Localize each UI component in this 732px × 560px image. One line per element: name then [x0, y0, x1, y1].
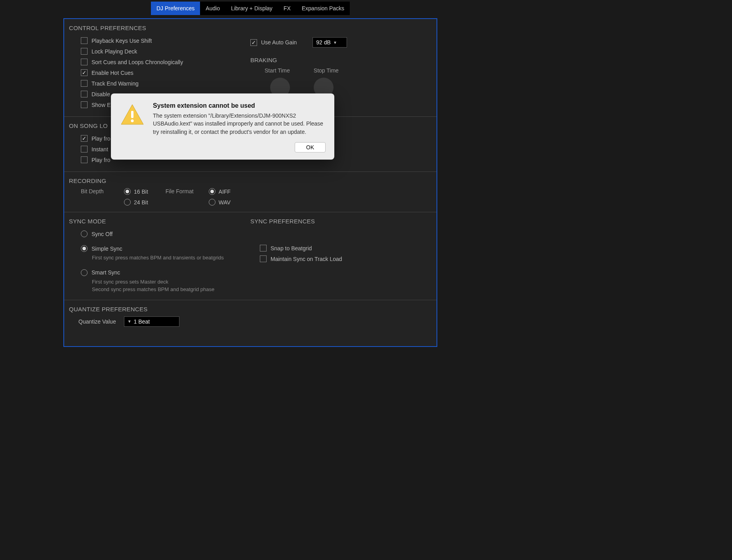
- svg-rect-1: [131, 111, 133, 118]
- tab-fx[interactable]: FX: [278, 2, 296, 15]
- label: Lock Playing Deck: [92, 48, 137, 55]
- braking-start-label: Start Time: [265, 67, 290, 74]
- checkbox-show[interactable]: [81, 101, 88, 108]
- select-value: 1 Beat: [134, 318, 150, 325]
- label: Sort Cues and Loops Chronologically: [92, 59, 183, 65]
- file-format-label: File Format: [166, 188, 199, 194]
- simple-sync-desc: First sync press matches BPM and transie…: [69, 254, 250, 262]
- radio-sync-off[interactable]: [81, 230, 88, 237]
- section-sync: SYNC MODE Sync Off Simple Sync First syn…: [64, 212, 437, 300]
- checkbox-playback-keys-shift[interactable]: [81, 37, 88, 44]
- checkbox-sort-cues-loops[interactable]: [81, 59, 88, 65]
- smart-sync-desc-2: Second sync press matches BPM and beatgr…: [69, 286, 250, 293]
- checkbox-play-from-2[interactable]: [81, 156, 88, 163]
- label: Maintain Sync on Track Load: [271, 256, 342, 262]
- label: Enable Hot Cues: [92, 70, 133, 76]
- dialog-title: System extension cannot be used: [153, 102, 326, 109]
- label: WAV: [219, 199, 231, 206]
- label: Playback Keys Use Shift: [92, 38, 152, 44]
- checkbox-snap-beatgrid[interactable]: [260, 245, 267, 251]
- checkbox-instant[interactable]: [81, 146, 88, 152]
- label: Play fro: [92, 157, 110, 163]
- checkbox-track-end-warning[interactable]: [81, 80, 88, 87]
- checkbox-disable[interactable]: [81, 91, 88, 97]
- label: 24 Bit: [134, 199, 148, 206]
- svg-point-2: [131, 120, 134, 122]
- radio-24bit[interactable]: [124, 199, 131, 206]
- label: Show E: [92, 102, 111, 108]
- settings-tabs: DJ Preferences Audio Library + Display F…: [0, 0, 501, 15]
- label: Snap to Beatgrid: [271, 245, 312, 251]
- label: Sync Off: [92, 231, 112, 237]
- alert-dialog: System extension cannot be used The syst…: [111, 93, 334, 160]
- label: Play fro: [92, 135, 110, 142]
- tab-audio[interactable]: Audio: [200, 2, 225, 15]
- warning-icon: [120, 102, 145, 128]
- section-title: QUANTIZE PREFERENCES: [69, 306, 432, 312]
- radio-aiff[interactable]: [209, 188, 215, 195]
- radio-wav[interactable]: [209, 199, 215, 206]
- label: Disable: [92, 91, 110, 97]
- section-title: SYNC MODE: [69, 218, 250, 225]
- ok-button[interactable]: OK: [295, 142, 326, 152]
- radio-smart-sync[interactable]: [81, 269, 88, 276]
- smart-sync-desc-1: First sync press sets Master deck: [69, 278, 250, 286]
- section-title: SYNC PREFERENCES: [250, 218, 432, 225]
- section-title: RECORDING: [69, 177, 432, 184]
- chevron-down-icon: ▼: [128, 319, 132, 324]
- section-quantize: QUANTIZE PREFERENCES Quantize Value ▼ 1 …: [64, 300, 437, 333]
- checkbox-lock-playing-deck[interactable]: [81, 48, 88, 55]
- label: 16 Bit: [134, 189, 148, 195]
- tab-dj-preferences[interactable]: DJ Preferences: [151, 2, 200, 15]
- tab-expansion-packs[interactable]: Expansion Packs: [296, 2, 350, 15]
- quantize-value-label: Quantize Value: [78, 318, 116, 325]
- chevron-down-icon: ▼: [333, 40, 337, 45]
- select-auto-gain[interactable]: 92 dB ▼: [313, 37, 347, 48]
- braking-stop-label: Stop Time: [314, 67, 339, 74]
- select-value: 92 dB: [316, 39, 331, 46]
- braking-title: BRAKING: [250, 57, 432, 63]
- label: AIFF: [219, 189, 231, 195]
- preferences-panel: CONTROL PREFERENCES Playback Keys Use Sh…: [63, 18, 437, 347]
- dialog-text: The system extension "/Library/Extension…: [153, 112, 326, 136]
- checkbox-use-auto-gain[interactable]: [250, 39, 257, 46]
- tab-library-display[interactable]: Library + Display: [225, 2, 278, 15]
- radio-simple-sync[interactable]: [81, 245, 88, 252]
- select-quantize-value[interactable]: ▼ 1 Beat: [124, 316, 179, 327]
- checkbox-play-from[interactable]: [81, 135, 88, 142]
- checkbox-enable-hot-cues[interactable]: [81, 69, 88, 76]
- checkbox-maintain-sync[interactable]: [260, 255, 267, 262]
- bit-depth-label: Bit Depth: [81, 188, 114, 194]
- label: Track End Warning: [92, 80, 139, 87]
- label: Use Auto Gain: [261, 39, 297, 46]
- section-recording: RECORDING Bit Depth 16 Bit 24 Bit File F…: [64, 172, 437, 212]
- label: Instant: [92, 146, 108, 152]
- label: Smart Sync: [92, 269, 120, 276]
- label: Simple Sync: [92, 246, 122, 252]
- section-title: CONTROL PREFERENCES: [69, 25, 432, 31]
- radio-16bit[interactable]: [124, 188, 131, 195]
